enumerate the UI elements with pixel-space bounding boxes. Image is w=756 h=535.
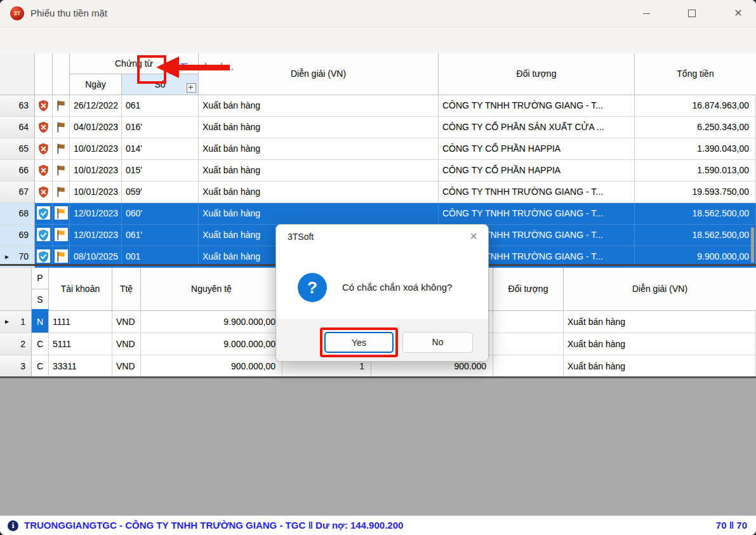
app-window: 3T Phiếu thu tiền mặt ✕ ▾ Tìm nhanh... Σ <box>0 0 756 535</box>
row-header[interactable]: 66 <box>0 160 35 182</box>
date-cell[interactable]: 10/01/2023 <box>70 138 122 160</box>
doc-no-cell[interactable]: 015' <box>122 160 199 182</box>
column-header-currency[interactable]: Ttệ <box>112 268 141 311</box>
expand-plus-icon[interactable] <box>187 83 196 93</box>
dialog-message: Có chắc chắn xoá không? <box>342 273 452 302</box>
partner-cell[interactable] <box>493 355 564 378</box>
total-cell[interactable]: 18.562.500,00 <box>635 203 756 225</box>
account-cell[interactable]: 5111 <box>49 333 112 355</box>
doc-no-cell[interactable]: 016' <box>122 117 199 138</box>
description-cell[interactable]: Xuất bán hàng <box>564 311 756 333</box>
amount-cell[interactable]: 900.000,00 <box>141 355 282 378</box>
description-cell[interactable]: Xuất bán hàng <box>564 333 756 355</box>
partner-cell[interactable]: CÔNG TY CỔ PHẦN HAPPIA <box>439 160 635 182</box>
column-header-partner[interactable]: Đối tượng <box>493 268 564 311</box>
vertical-scrollbar-thumb[interactable] <box>751 227 754 263</box>
total-cell[interactable]: 19.593.750,00 <box>635 182 756 203</box>
column-header-account[interactable]: Tài khoản <box>49 268 112 311</box>
date-cell[interactable]: 10/01/2023 <box>70 160 122 182</box>
partner-cell[interactable] <box>493 311 564 333</box>
doc-no-cell[interactable]: 061 <box>122 95 199 117</box>
date-cell[interactable]: 12/01/2023 <box>70 203 122 225</box>
partner-cell[interactable]: CÔNG TY TNHH TRƯỜNG GIANG - T... <box>439 203 635 225</box>
status-shield-locked-icon <box>37 163 50 176</box>
description-cell[interactable]: Xuất bán hàng <box>199 182 439 203</box>
ps-cell[interactable]: N <box>32 311 49 333</box>
currency-cell[interactable]: VND <box>112 355 141 378</box>
column-header-total[interactable]: Tổng tiền <box>635 53 756 95</box>
currency-cell[interactable]: VND <box>112 311 141 333</box>
total-cell[interactable]: 1.590.013,00 <box>635 160 756 182</box>
group-header-chung-tu[interactable]: Chứng từ <box>70 53 199 74</box>
total-cell[interactable]: 6.250.343,00 <box>635 117 756 138</box>
status-shield-locked-icon <box>37 185 50 198</box>
annotation-yes-highlight <box>320 327 398 357</box>
description-cell[interactable]: Xuất bán hàng <box>199 117 439 138</box>
dialog-close-icon[interactable]: ✕ <box>470 230 478 242</box>
row-header[interactable]: 3 <box>0 355 32 378</box>
column-header-p[interactable]: P <box>32 268 49 289</box>
account-cell[interactable]: 1111 <box>49 311 112 333</box>
flag-icon <box>55 185 68 198</box>
description-cell[interactable]: Xuất bán hàng <box>199 95 439 117</box>
partner-cell[interactable]: CÔNG TY CỔ PHẦN SẢN XUẤT CỬA ... <box>439 117 635 138</box>
status-column-header[interactable] <box>35 53 53 95</box>
row-header[interactable]: 69 <box>0 225 35 246</box>
column-header-s[interactable]: S <box>32 289 49 311</box>
row-header[interactable]: 2 <box>0 333 32 355</box>
column-header-date[interactable]: Ngày <box>70 74 122 95</box>
row-header[interactable]: 67 <box>0 182 35 203</box>
status-shield-posted-icon <box>37 228 50 241</box>
column-header-description[interactable]: Diễn giải (VN) <box>564 268 756 311</box>
date-cell[interactable]: 26/12/2022 <box>70 95 122 117</box>
title-bar: 3T Phiếu thu tiền mặt ✕ <box>0 0 756 27</box>
account-cell[interactable]: 33311 <box>49 355 112 378</box>
maximize-button[interactable] <box>677 0 706 27</box>
flag-column-header[interactable] <box>53 53 70 95</box>
status-record-count: 70 ‖ 70 <box>716 516 747 535</box>
date-cell[interactable]: 12/01/2023 <box>70 225 122 246</box>
dialog-title: 3TSoft <box>288 232 314 242</box>
description-cell[interactable]: Xuất bán hàng <box>199 138 439 160</box>
ps-cell[interactable]: C <box>32 355 49 378</box>
amount-cell[interactable]: 9.900.000,00 <box>141 311 282 333</box>
status-shield-posted-icon <box>37 249 50 263</box>
doc-no-cell[interactable]: 061' <box>122 225 199 246</box>
description-cell[interactable]: Xuất bán hàng <box>564 355 756 378</box>
column-header-description[interactable]: Diễn giải (VN) <box>199 53 439 95</box>
corner-header <box>0 268 32 311</box>
partner-cell[interactable]: CÔNG TY TNHH TRƯỜNG GIANG - T... <box>439 95 635 117</box>
partner-cell[interactable]: CÔNG TY TNHH TRƯỜNG GIANG - T... <box>439 182 635 203</box>
doc-no-cell[interactable]: 059' <box>122 182 199 203</box>
date-cell[interactable]: 10/01/2023 <box>70 182 122 203</box>
row-header[interactable]: 64 <box>0 117 35 138</box>
total-cell[interactable]: 16.874.963,00 <box>635 95 756 117</box>
flag-icon <box>55 249 68 263</box>
row-header[interactable]: 63 <box>0 95 35 117</box>
doc-no-cell[interactable]: 014' <box>122 138 199 160</box>
column-header-partner[interactable]: Đối tượng <box>439 53 635 95</box>
date-cell[interactable]: 04/01/2023 <box>70 117 122 138</box>
minimize-button[interactable] <box>632 0 661 27</box>
column-header-amount[interactable]: Nguyên tệ <box>141 268 282 311</box>
doc-no-cell[interactable]: 060' <box>122 203 199 225</box>
row-header[interactable]: 1 <box>0 311 32 333</box>
total-cell[interactable]: 18.562.500,00 <box>635 225 756 246</box>
row-header[interactable]: 68 <box>0 203 35 225</box>
status-shield-locked-icon <box>37 98 50 112</box>
partner-cell[interactable]: CÔNG TY CỔ PHẦN HAPPIA <box>439 138 635 160</box>
flag-icon <box>55 98 68 112</box>
close-button[interactable]: ✕ <box>724 0 753 27</box>
partner-cell[interactable] <box>493 333 564 355</box>
total-cell[interactable]: 1.390.043,00 <box>635 138 756 160</box>
flag-icon <box>55 206 68 220</box>
status-shield-locked-icon <box>37 120 50 133</box>
no-button[interactable]: No <box>402 332 473 353</box>
description-cell[interactable]: Xuất bán hàng <box>199 160 439 182</box>
amount-cell[interactable]: 9.000.000,00 <box>141 333 282 355</box>
currency-cell[interactable]: VND <box>112 333 141 355</box>
ps-cell[interactable]: C <box>32 333 49 355</box>
description-cell[interactable]: Xuất bán hàng <box>199 203 439 225</box>
flag-icon <box>55 142 68 155</box>
row-header[interactable]: 65 <box>0 138 35 160</box>
